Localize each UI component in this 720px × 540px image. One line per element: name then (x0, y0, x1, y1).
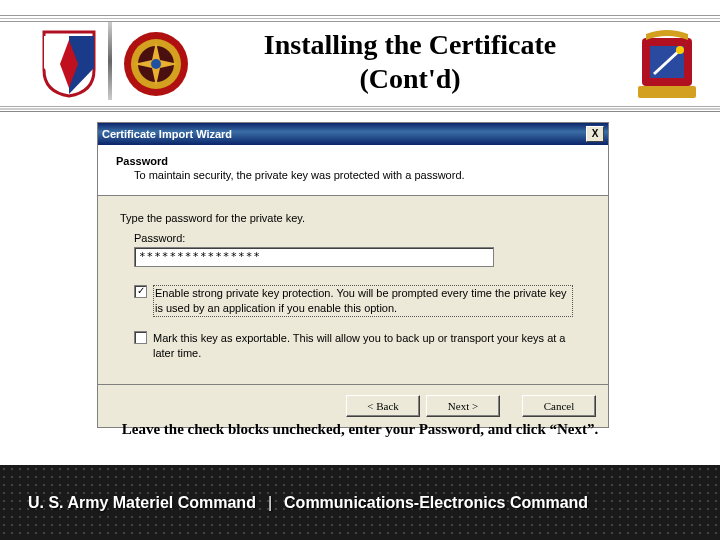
slide-header: Installing the Certificate (Cont'd) (0, 0, 720, 105)
footer-separator: | (268, 494, 272, 512)
exportable-key-label: Mark this key as exportable. This will a… (153, 331, 573, 361)
slide-title: Installing the Certificate (Cont'd) (210, 28, 610, 95)
footer-left: U. S. Army Materiel Command (28, 494, 256, 512)
password-prompt: Type the password for the private key. (120, 212, 586, 224)
wizard-body: Type the password for the private key. P… (98, 196, 608, 384)
checkbox-icon[interactable]: ✓ (134, 285, 147, 298)
checkbox-icon[interactable] (134, 331, 147, 344)
next-button[interactable]: Next > (426, 395, 500, 417)
password-label: Password: (134, 232, 586, 244)
svg-rect-11 (638, 86, 696, 98)
password-field[interactable]: **************** (134, 247, 494, 267)
header-underline (0, 106, 720, 112)
slide-footer: U. S. Army Materiel Command | Communicat… (0, 465, 720, 540)
svg-point-6 (151, 59, 161, 69)
instruction-caption: Leave the check blocks unchecked, enter … (0, 421, 720, 438)
cancel-button[interactable]: Cancel (522, 395, 596, 417)
back-button[interactable]: < Back (346, 395, 420, 417)
wizard-heading: Password (116, 155, 590, 167)
footer-right: Communications-Electronics Command (284, 494, 588, 512)
amc-shield-emblem (40, 30, 98, 102)
strong-protection-option[interactable]: ✓ Enable strong private key protection. … (134, 285, 586, 317)
header-divider (108, 22, 112, 100)
window-titlebar[interactable]: Certificate Import Wizard X (98, 123, 608, 145)
wizard-header: Password To maintain security, the priva… (98, 145, 608, 196)
certificate-import-wizard-window: Certificate Import Wizard X Password To … (97, 122, 609, 428)
svg-point-10 (676, 46, 684, 54)
wizard-subheading: To maintain security, the private key wa… (134, 169, 590, 181)
window-title-text: Certificate Import Wizard (102, 128, 232, 140)
close-button[interactable]: X (586, 126, 604, 142)
strong-protection-label: Enable strong private key protection. Yo… (153, 285, 573, 317)
exportable-key-option[interactable]: Mark this key as exportable. This will a… (134, 331, 586, 361)
cecom-crest-emblem (636, 28, 698, 106)
star-medal-emblem (120, 28, 192, 104)
